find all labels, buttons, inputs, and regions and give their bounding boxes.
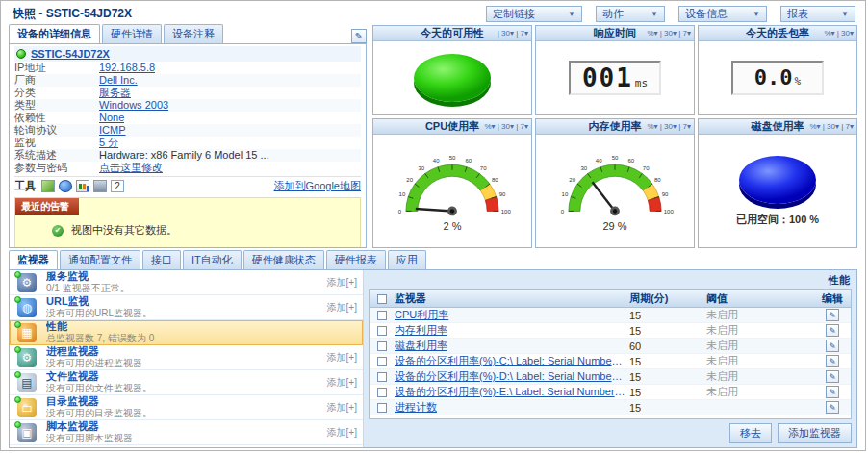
device-info-dropdown[interactable]: 设备信息 ▼ [678, 6, 767, 22]
screen-icon[interactable] [93, 180, 107, 192]
list-item-service-monitors[interactable]: ⚙ 服务监视 0/1 监视器不正常。 添加[+] [10, 270, 363, 295]
cpu-gauge: 01020 304050 607080 90100 [389, 150, 516, 217]
monitor-link[interactable]: 进程计数 [395, 400, 625, 415]
list-item-folder-monitors[interactable]: 🗀 目录监视器 没有可用的目录监视器。 添加[+] [10, 395, 363, 420]
monitor-type-title[interactable]: 性能 [46, 320, 67, 332]
tab-notification-profiles[interactable]: 通知配置文件 [60, 250, 140, 269]
memory-usage-header: 内存使用率 %▾ | 30▾ | 7▾ [536, 119, 694, 135]
tab-applications[interactable]: 应用 [388, 250, 426, 269]
tab-hardware-health[interactable]: 硬件健康状态 [243, 250, 324, 269]
add-service-monitor-link[interactable]: 添加[+] [327, 276, 357, 289]
threshold-value: 未启用 [706, 308, 814, 322]
memory-usage-period-links[interactable]: %▾ | 30▾ | 7▾ [647, 122, 691, 131]
field-label: 系统描述 [14, 149, 99, 162]
remove-button[interactable]: 移去 [729, 423, 772, 443]
monitor-type-title[interactable]: URL监视 [46, 295, 89, 307]
poll-protocol-link[interactable]: ICMP [99, 124, 126, 137]
monitor-type-title[interactable]: 服务监视 [46, 270, 89, 282]
device-name-link[interactable]: SSTIC-54JD72X [31, 48, 110, 60]
edit-icon[interactable]: ✎ [826, 324, 839, 337]
row-checkbox[interactable] [377, 388, 387, 397]
monitor-link[interactable]: 设备的分区利用率(%)-C:\ Label: Serial Number 549… [395, 354, 625, 368]
list-item-file-monitors[interactable]: ▤ 文件监视器 没有可用的文件监视器。 添加[+] [10, 370, 363, 395]
tab-interfaces[interactable]: 接口 [142, 250, 181, 269]
row-checkbox[interactable] [377, 326, 387, 336]
monitor-link[interactable]: 内存利用率 [395, 323, 625, 338]
response-time-period-links[interactable]: %▾ | 30▾ | 7▾ [647, 29, 691, 38]
add-script-monitor-link[interactable]: 添加[+] [327, 426, 357, 440]
field-label: 分类 [14, 87, 99, 99]
disk-usage-period-links[interactable]: %▾ | 30▾ | 7▾ [809, 122, 854, 131]
dependency-link[interactable]: None [99, 112, 124, 124]
tab-hardware-details[interactable]: 硬件详情 [102, 24, 162, 43]
period-value: 15 [629, 325, 706, 337]
availability-period-links[interactable]: | 30▾ | 7▾ [498, 29, 528, 38]
add-process-monitor-link[interactable]: 添加[+] [327, 351, 357, 365]
edit-icon[interactable]: ✎ [826, 355, 839, 367]
list-item-url-monitors[interactable]: ◍ URL监视 没有可用的URL监视器。 添加[+] [10, 295, 363, 320]
row-checkbox[interactable] [377, 311, 387, 320]
monitor-link[interactable]: CPU利用率 [395, 308, 625, 322]
gauge-grid: 今天的可用性 | 30▾ | 7▾ 响应时间 %▾ | 30▾ | 7▾ 001… [372, 25, 857, 248]
monitor-type-title[interactable]: 文件监视器 [46, 370, 99, 382]
add-folder-monitor-link[interactable]: 添加[+] [327, 401, 357, 415]
monitor-type-title[interactable]: 目录监视器 [46, 395, 99, 407]
row-checkbox[interactable] [377, 341, 387, 351]
edit-icon[interactable]: ✎ [826, 340, 839, 352]
period-value: 15 [629, 402, 706, 414]
list-item-process-monitors[interactable]: ⚙ 进程监视器 没有可用的进程监视器 添加[+] [10, 345, 363, 370]
edit-icon[interactable]: ✎ [826, 401, 839, 414]
edit-icon[interactable]: ✎ [826, 386, 839, 398]
check-icon: ✔ [52, 225, 64, 237]
add-to-google-maps-link[interactable]: 添加到Google地图 [274, 179, 361, 193]
tools-count-badge[interactable]: 2 [111, 180, 124, 192]
tab-device-notes[interactable]: 设备注释 [164, 24, 223, 43]
row-checkbox[interactable] [377, 403, 387, 413]
custom-links-dropdown[interactable]: 定制链接 ▼ [486, 6, 582, 22]
select-all-checkbox[interactable] [377, 294, 387, 304]
page-title: 快照 - SSTIC-54JD72X [13, 6, 132, 22]
reports-dropdown[interactable]: 报表 ▼ [780, 6, 855, 22]
edit-icon[interactable]: ✎ [826, 309, 839, 321]
map-icon[interactable] [41, 180, 55, 192]
vendor-link[interactable]: Dell Inc. [99, 74, 138, 87]
type-link[interactable]: Windows 2003 [99, 99, 168, 112]
response-time-title: 响应时间 [594, 26, 636, 40]
memory-gauge-needle [589, 179, 622, 217]
monitor-link[interactable]: 设备的分区利用率(%)-D:\ Label: Serial Number cea… [395, 369, 625, 384]
add-monitor-button[interactable]: 添加监视器 [778, 423, 852, 443]
credentials-link[interactable]: 点击这里修改 [99, 162, 163, 174]
device-details-panel: SSTIC-54JD72X IP地址192.168.5.8 厂商Dell Inc… [9, 43, 367, 248]
cpu-usage-period-links[interactable]: %▾ | 30▾ | 7▾ [484, 122, 528, 131]
add-file-monitor-link[interactable]: 添加[+] [327, 376, 357, 390]
row-checkbox[interactable] [377, 357, 387, 366]
monitor-interval-link[interactable]: 5 分 [99, 137, 118, 149]
monitor-link[interactable]: 设备的分区利用率(%)-E:\ Label: Serial Number 9ce… [395, 385, 625, 399]
edit-icon[interactable]: ✎ [826, 370, 839, 383]
tab-device-details[interactable]: 设备的详细信息 [9, 24, 100, 43]
tab-hardware-reports[interactable]: 硬件报表 [326, 250, 386, 269]
category-link[interactable]: 服务器 [99, 87, 131, 99]
tab-it-automation[interactable]: IT自动化 [183, 250, 242, 269]
monitor-link[interactable]: 磁盘利用率 [395, 339, 625, 353]
packet-loss-value: 0.0 [754, 63, 793, 93]
list-item-script-monitors[interactable]: ▣ 脚本监视器 没有可用脚本监视器 添加[+] [10, 420, 363, 445]
monitor-type-title[interactable]: 脚本监视器 [46, 420, 99, 432]
chart-icon[interactable] [76, 180, 89, 192]
monitor-type-title[interactable]: 进程监视器 [46, 345, 99, 357]
table-header: 监视器 周期(分) 阈值 编辑 [370, 290, 851, 308]
monitor-type-subtitle: 没有可用的文件监视器。 [46, 383, 152, 393]
column-threshold: 阈值 [706, 291, 814, 306]
field-label: 依赖性 [14, 112, 99, 124]
field-label: 轮询协议 [14, 124, 99, 137]
globe-icon[interactable] [59, 180, 72, 192]
availability-panel: 今天的可用性 | 30▾ | 7▾ [372, 25, 532, 115]
list-item-performance[interactable]: ▦ 性能 总监视器数 7, 错误数为 0 [10, 320, 363, 345]
ip-address-link[interactable]: 192.168.5.8 [99, 62, 155, 74]
tab-monitors[interactable]: 监视器 [9, 250, 58, 269]
add-url-monitor-link[interactable]: 添加[+] [327, 301, 357, 315]
edit-device-icon[interactable]: ✎ [351, 29, 367, 43]
actions-dropdown[interactable]: 动作 ▼ [596, 6, 665, 22]
row-checkbox[interactable] [377, 372, 387, 382]
packet-loss-period-links[interactable]: %▾ | 30▾ [824, 29, 854, 38]
